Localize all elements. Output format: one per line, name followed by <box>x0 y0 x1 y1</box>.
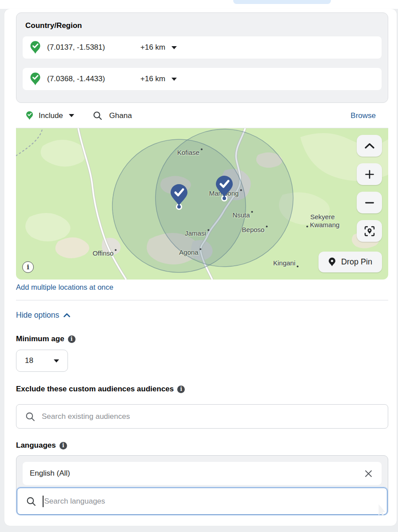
browse-link[interactable]: Browse <box>350 111 376 120</box>
chevron-up-icon <box>365 143 374 149</box>
language-search <box>17 488 387 515</box>
chevron-down-icon <box>54 359 59 363</box>
info-icon: i <box>60 442 67 449</box>
top-band <box>0 0 398 9</box>
zoom-in-button[interactable] <box>357 163 382 185</box>
drop-pin-label: Drop Pin <box>341 257 372 267</box>
map-place-label: Nsuta <box>232 211 250 219</box>
plus-icon <box>365 170 374 179</box>
location-coordinates: (7.0137, -1.5381) <box>47 43 140 52</box>
info-icon: i <box>27 263 29 271</box>
languages-box: English (All) <box>16 455 388 515</box>
location-row[interactable]: (7.0368, -1.4433) +16 km <box>23 68 382 90</box>
language-chip: English (All) <box>23 462 382 485</box>
include-dropdown[interactable]: Include <box>39 111 63 120</box>
text-cursor <box>43 496 44 507</box>
country-region-panel: Country/Region (7.0137, -1.5381) +16 km … <box>16 12 388 103</box>
include-search-row: Include Browse <box>16 103 388 128</box>
map-place-label: Beposo <box>242 226 265 233</box>
chevron-down-icon <box>171 46 177 49</box>
page-gutter <box>0 9 4 526</box>
map-controls <box>357 135 382 242</box>
add-multiple-locations-link[interactable]: Add multiple locations at once <box>16 283 113 292</box>
hide-options-link[interactable]: Hide options <box>16 311 70 320</box>
language-chip-label: English (All) <box>30 469 70 478</box>
map-place-label: Agona <box>179 248 198 256</box>
pin-icon <box>328 257 336 267</box>
radius-dropdown[interactable]: +16 km <box>140 75 177 83</box>
audience-search-input[interactable] <box>42 412 379 421</box>
close-icon <box>364 469 373 478</box>
map-place-label: Jamasi <box>185 229 206 237</box>
info-icon: i <box>177 386 185 393</box>
targeting-card: Country/Region (7.0137, -1.5381) +16 km … <box>4 9 397 526</box>
remove-language-button[interactable] <box>362 468 374 480</box>
green-location-pin-icon <box>30 41 41 54</box>
search-icon <box>26 497 36 506</box>
map-place-label: Offinso <box>92 249 113 257</box>
chevron-down-icon <box>171 78 177 81</box>
location-search-input[interactable] <box>109 111 350 120</box>
green-location-pin-icon <box>26 111 33 120</box>
pin-scan-icon <box>364 225 375 237</box>
chevron-down-icon[interactable] <box>69 114 74 117</box>
map-info-button[interactable]: i <box>22 261 34 273</box>
map-place-label: Kwamang <box>310 221 340 229</box>
location-row[interactable]: (7.0137, -1.5381) +16 km <box>23 36 382 59</box>
green-location-pin-icon <box>30 72 41 86</box>
radius-dropdown[interactable]: +16 km <box>140 43 177 52</box>
language-search-input[interactable] <box>44 497 378 506</box>
chevron-up-icon <box>64 313 70 317</box>
drop-pin-button[interactable]: Drop Pin <box>318 252 382 272</box>
partial-pill-button[interactable] <box>233 0 331 4</box>
map-place-label: Kofiase <box>177 149 199 156</box>
zoom-out-button[interactable] <box>357 192 382 213</box>
divider <box>16 300 388 300</box>
search-icon <box>25 412 35 422</box>
location-coordinates: (7.0368, -1.4433) <box>47 75 140 83</box>
map-place-label: Kingani <box>273 259 295 267</box>
exclude-audiences-search <box>16 404 388 429</box>
collapse-map-button[interactable] <box>357 135 382 157</box>
languages-label: Languages i <box>16 441 67 450</box>
search-icon <box>93 111 102 120</box>
recenter-button[interactable] <box>357 220 382 242</box>
map-place-label: Mampong <box>209 189 239 197</box>
exclude-audiences-label: Exclude these custom audiences audiences… <box>16 385 185 394</box>
minimum-age-label: Minimum age i <box>16 335 76 343</box>
minimum-age-dropdown[interactable]: 18 <box>16 350 68 372</box>
map[interactable]: Kofiase Mampong Nsuta Beposo Jamasi Agon… <box>16 128 388 280</box>
country-region-title: Country/Region <box>25 21 382 30</box>
map-place-label: Sekyere <box>310 213 334 221</box>
info-icon: i <box>68 335 76 343</box>
minus-icon <box>365 201 374 204</box>
